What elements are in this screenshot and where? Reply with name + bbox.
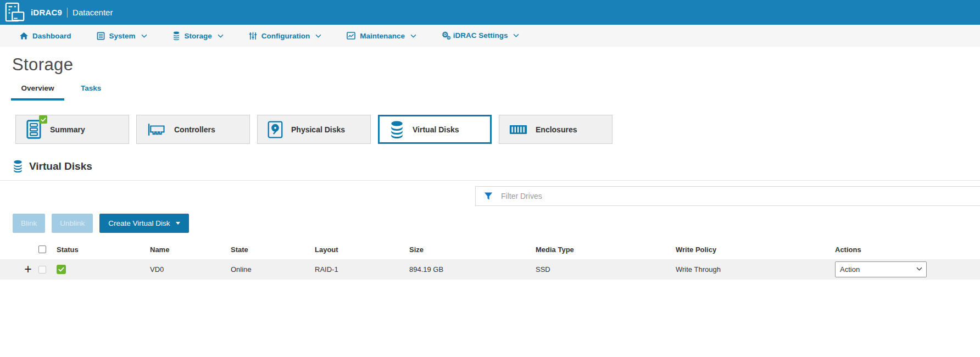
enclosure-icon	[509, 125, 527, 135]
main-nav: Dashboard System Storage Configuration M…	[0, 25, 980, 47]
green-check-badge	[39, 115, 47, 124]
chevron-down-icon	[513, 34, 519, 37]
card-enclosures-label: Enclosures	[536, 125, 577, 134]
chevron-down-icon	[218, 34, 224, 38]
brand-divider	[67, 8, 68, 18]
database-icon	[389, 120, 404, 138]
col-state: State	[231, 246, 315, 254]
nav-configuration-label: Configuration	[261, 32, 310, 40]
controller-card-icon	[147, 122, 166, 137]
nav-storage[interactable]: Storage	[172, 31, 224, 40]
database-icon	[13, 160, 23, 172]
physical-disk-icon	[268, 121, 283, 138]
card-physical-disks-label: Physical Disks	[291, 125, 345, 134]
filter-drives-box	[475, 186, 980, 206]
tab-bar: Overview Tasks	[11, 84, 980, 101]
nav-dashboard[interactable]: Dashboard	[20, 32, 71, 40]
nav-configuration[interactable]: Configuration	[249, 32, 321, 40]
page-title: Storage	[12, 55, 980, 75]
col-status: Status	[57, 246, 150, 254]
storage-category-cards: Summary Controllers Physical Disks Virtu…	[15, 115, 980, 144]
col-media-type: Media Type	[536, 246, 676, 254]
row-checkbox[interactable]	[38, 266, 46, 274]
card-virtual-disks[interactable]: Virtual Disks	[378, 115, 492, 144]
card-controllers-label: Controllers	[174, 125, 215, 134]
expand-row-button[interactable]: +	[13, 263, 38, 276]
col-actions: Actions	[835, 246, 980, 254]
cell-state: Online	[231, 265, 315, 274]
nav-maintenance-label: Maintenance	[360, 32, 405, 40]
card-summary[interactable]: Summary	[15, 115, 129, 144]
table-header-row: Status Name State Layout Size Media Type…	[0, 242, 980, 256]
chevron-down-icon	[315, 34, 321, 38]
tab-overview[interactable]: Overview	[11, 84, 64, 101]
row-action-select-wrap: Action	[835, 261, 927, 277]
product-name: Datacenter	[73, 8, 113, 17]
filter-funnel-icon	[484, 192, 493, 200]
card-summary-label: Summary	[50, 125, 85, 134]
nav-storage-label: Storage	[185, 32, 212, 40]
status-ok-icon	[57, 265, 66, 274]
section-title: Virtual Disks	[29, 160, 92, 172]
nav-maintenance[interactable]: Maintenance	[347, 32, 416, 40]
table-toolbar: Blink Unblink Create Virtual Disk	[13, 214, 980, 233]
nav-system[interactable]: System	[97, 32, 147, 40]
cell-media-type: SSD	[536, 265, 676, 274]
col-name: Name	[150, 246, 231, 254]
cell-size: 894.19 GB	[409, 265, 536, 274]
nav-idrac-settings-label: iDRAC Settings	[453, 31, 508, 40]
cell-name: VD0	[150, 265, 231, 274]
virtual-disks-section-header: Virtual Disks	[13, 160, 980, 172]
server-monitor-icon	[4, 2, 25, 23]
card-virtual-disks-label: Virtual Disks	[413, 125, 459, 134]
row-action-select[interactable]: Action	[835, 261, 927, 277]
section-divider	[0, 180, 980, 181]
home-icon	[20, 32, 28, 40]
nav-system-label: System	[109, 32, 136, 40]
chart-icon	[347, 32, 355, 40]
idrac-logo[interactable]	[4, 2, 25, 23]
card-controllers[interactable]: Controllers	[136, 115, 250, 144]
create-virtual-disk-button[interactable]: Create Virtual Disk	[99, 214, 188, 233]
cell-layout: RAID-1	[315, 265, 409, 274]
chevron-down-icon	[410, 34, 416, 38]
col-write-policy: Write Policy	[676, 246, 835, 254]
gears-icon: ⚙⚙	[442, 31, 449, 41]
caret-down-icon	[176, 222, 180, 225]
unblink-button[interactable]: Unblink	[52, 214, 93, 233]
nav-idrac-settings[interactable]: ⚙⚙ iDRAC Settings	[442, 31, 519, 41]
table-row: + VD0 Online RAID-1 894.19 GB SSD Write …	[0, 259, 980, 280]
create-virtual-disk-label: Create Virtual Disk	[108, 219, 170, 227]
blink-button[interactable]: Blink	[13, 214, 45, 233]
virtual-disks-table: Status Name State Layout Size Media Type…	[0, 242, 980, 280]
col-size: Size	[409, 246, 536, 254]
col-layout: Layout	[315, 246, 409, 254]
filter-row	[0, 186, 980, 206]
card-enclosures[interactable]: Enclosures	[499, 115, 612, 144]
tab-tasks[interactable]: Tasks	[76, 84, 105, 101]
select-all-checkbox[interactable]	[38, 246, 46, 253]
chevron-down-icon	[141, 34, 147, 38]
sliders-icon	[249, 32, 257, 40]
system-icon	[97, 32, 105, 40]
app-header: iDRAC9 Datacenter	[0, 0, 980, 25]
database-icon	[172, 31, 180, 40]
nav-dashboard-label: Dashboard	[32, 32, 71, 40]
brand-name: iDRAC9	[31, 8, 62, 17]
card-physical-disks[interactable]: Physical Disks	[257, 115, 371, 144]
cell-write-policy: Write Through	[676, 265, 835, 274]
filter-drives-input[interactable]	[500, 191, 980, 201]
